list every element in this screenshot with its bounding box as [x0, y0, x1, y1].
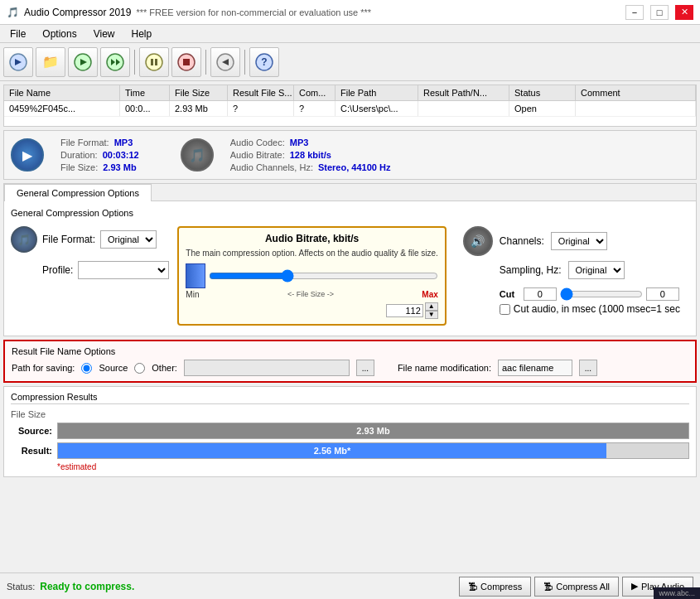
- profile-row: Profile: Default Custom: [11, 261, 169, 279]
- right-options-section: 🔊 Channels: Original Mono Stereo Samplin…: [463, 226, 689, 315]
- estimated-label: *estimated: [57, 462, 689, 471]
- status-label: Status:: [7, 582, 35, 592]
- tab-general-compression[interactable]: General Compression Options: [4, 184, 152, 201]
- svg-rect-9: [155, 59, 157, 65]
- source-file-right: Audio Codec: MP3 Audio Bitrate: 128 kbit…: [230, 138, 391, 172]
- source-radio[interactable]: [81, 363, 92, 374]
- file-list-header: File Name Time File Size Result File S..…: [4, 85, 696, 101]
- source-file-panel: ▶ File Format: MP3 Duration: 00:03:12 Fi…: [3, 130, 697, 180]
- channels-value: Stereo, 44100 Hz: [318, 162, 390, 172]
- status-bar: Status: Ready to compress. 🗜 Compress 🗜 …: [0, 572, 700, 599]
- filename-browse-button[interactable]: ...: [579, 360, 597, 376]
- bitrate-spinners: ▲ ▼: [425, 302, 438, 319]
- compress-all-icon: 🗜: [543, 582, 553, 592]
- filename-mod-input[interactable]: [498, 360, 572, 376]
- open-button[interactable]: [3, 47, 33, 77]
- separator-3: [244, 50, 245, 75]
- result-path-row: Path for saving: Source Other: ... File …: [12, 360, 688, 376]
- menu-bar: File Options View Help: [0, 25, 700, 43]
- compress-all-button[interactable]: 🗜 Compress All: [534, 577, 619, 597]
- bitrate-labels: Min <- File Size -> Max: [186, 290, 437, 299]
- tab-bar: General Compression Options: [4, 184, 696, 201]
- audio-icon: 🎵: [181, 138, 214, 171]
- app-subtitle: *** FREE version for non-commercial or e…: [136, 7, 371, 17]
- file-size-label: File Size: [11, 409, 689, 419]
- toolbar: 📁 ?: [0, 43, 700, 81]
- sampling-select[interactable]: Original 44100 22050 11025: [568, 261, 625, 279]
- channels-select[interactable]: Original Mono Stereo: [551, 232, 607, 250]
- cut-from-input[interactable]: [524, 287, 557, 301]
- maximize-button[interactable]: □: [650, 5, 669, 20]
- add-files-button[interactable]: 📁: [36, 47, 65, 77]
- svg-rect-8: [151, 59, 153, 65]
- bitrate-file-size-label: <- File Size ->: [287, 290, 334, 299]
- menu-help[interactable]: Help: [125, 27, 159, 41]
- help-button[interactable]: ?: [249, 47, 279, 77]
- col-time: Time: [120, 85, 170, 100]
- source-radio-label: Source: [99, 363, 128, 373]
- bitrate-description: The main compression option. Affects on …: [186, 248, 437, 258]
- bitrate-input[interactable]: [386, 304, 423, 317]
- profile-select[interactable]: Default Custom: [78, 261, 169, 279]
- col-status: Status: [509, 85, 576, 100]
- app-title: Audio Compressor 2019: [24, 7, 131, 18]
- bitrate-slider[interactable]: [209, 270, 437, 282]
- cut-to-input[interactable]: [646, 287, 679, 301]
- cell-filename: 0459%2F045c...: [4, 101, 120, 116]
- source-bar-label: Source:: [11, 426, 52, 436]
- bitrate-label: Audio Bitrate:: [230, 150, 285, 160]
- cell-status: Open: [509, 101, 576, 116]
- compression-results-title: Compression Results: [11, 392, 689, 404]
- menu-options[interactable]: Options: [36, 27, 83, 41]
- bitrate-min-label: Min: [186, 290, 199, 299]
- compress-button[interactable]: 🗜 Compress: [459, 577, 531, 597]
- col-compression: Com...: [294, 85, 336, 100]
- table-row[interactable]: 0459%2F045c... 00:0... 2.93 Mb ? ? C:\Us…: [4, 101, 696, 117]
- other-radio[interactable]: [134, 363, 145, 374]
- bitrate-box: Audio Bitrate, kbit/s The main compressi…: [177, 226, 446, 326]
- cut-audio-label: Cut audio, in msec (1000 msec=1 sec: [514, 303, 680, 315]
- svg-text:?: ?: [261, 56, 267, 68]
- status-text-area: Status: Ready to compress.: [7, 581, 134, 592]
- pause-button[interactable]: [139, 47, 169, 77]
- separator-1: [134, 50, 135, 75]
- minimize-button[interactable]: −: [625, 5, 644, 20]
- cut-slider[interactable]: [560, 288, 643, 300]
- stop-button[interactable]: [171, 47, 201, 77]
- menu-view[interactable]: View: [87, 27, 122, 41]
- file-format-select[interactable]: Original MP3 AAC OGG FLAC WAV: [100, 230, 157, 249]
- compression-panel: General Compression Options General Comp…: [3, 183, 697, 336]
- col-result-path: Result Path/N...: [418, 85, 509, 100]
- source-bar-row: Source: 2.93 Mb: [11, 423, 689, 439]
- svg-rect-11: [183, 59, 190, 65]
- bitrate-up-button[interactable]: ▲: [425, 302, 438, 311]
- path-label: Path for saving:: [12, 363, 75, 373]
- svg-point-7: [146, 54, 162, 70]
- play-button[interactable]: [68, 47, 98, 77]
- format-icon: 🎵: [11, 226, 37, 253]
- channels-label: Audio Channels, Hz:: [230, 162, 313, 172]
- status-value: Ready to compress.: [40, 581, 134, 592]
- cut-section: Cut Cut audio, in msec (1000 msec=1 sec: [500, 287, 689, 315]
- browse-button[interactable]: ...: [356, 360, 374, 376]
- bitrate-down-button[interactable]: ▼: [425, 311, 438, 319]
- size-value: 2.93 Mb: [103, 162, 136, 172]
- play-audio-icon: ▶: [631, 581, 638, 592]
- tab-content: General Compression Options 🎵 File Forma…: [4, 201, 696, 336]
- title-bar-controls: − □ ✕: [625, 5, 693, 20]
- result-path-input[interactable]: [184, 360, 350, 376]
- cut-audio-checkbox[interactable]: [500, 304, 510, 315]
- title-bar: 🎵 Audio Compressor 2019 *** FREE version…: [0, 0, 700, 25]
- profile-label: Profile:: [42, 264, 73, 276]
- back-button[interactable]: [210, 47, 240, 77]
- start-button[interactable]: [100, 47, 130, 77]
- source-bar-fill: 2.93 Mb: [58, 423, 688, 438]
- format-profile-section: 🎵 File Format: Original MP3 AAC OGG FLAC…: [11, 226, 169, 279]
- cell-filesize: 2.93 Mb: [170, 101, 228, 116]
- col-filename: File Name: [4, 85, 120, 100]
- close-button[interactable]: ✕: [675, 5, 693, 20]
- app-icon: 🎵: [7, 7, 19, 18]
- col-filesize: File Size: [170, 85, 228, 100]
- menu-file[interactable]: File: [3, 27, 32, 41]
- separator-2: [205, 50, 206, 75]
